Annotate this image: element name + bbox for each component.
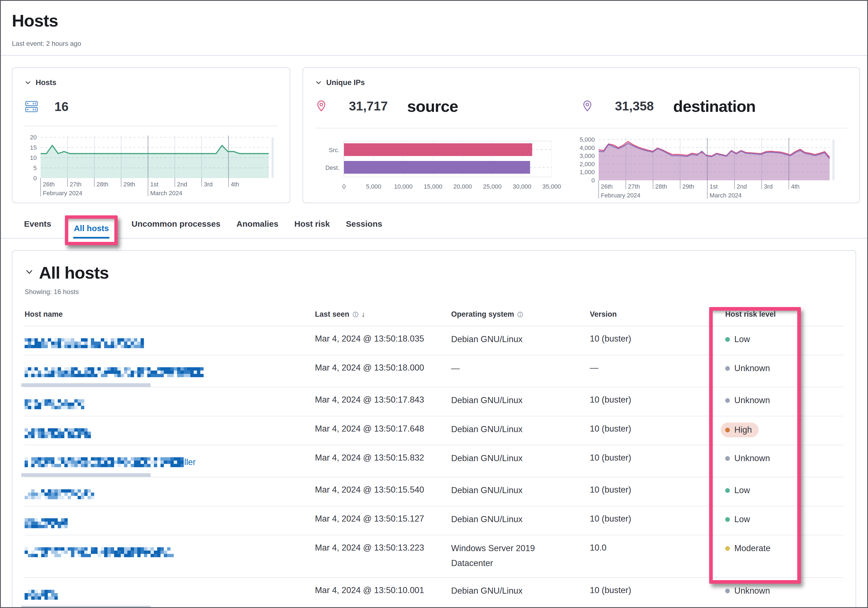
host-risk-cell: Moderate: [725, 543, 843, 555]
risk-label: Low: [734, 514, 750, 524]
host-name-link[interactable]: [25, 399, 85, 409]
version-cell: 10 (buster): [590, 514, 725, 524]
host-name-link[interactable]: [25, 547, 174, 557]
host-name-link[interactable]: [25, 489, 95, 499]
hosts-kpi-title: Hosts: [36, 79, 56, 87]
svg-text:27th: 27th: [70, 181, 82, 188]
server-icon: [25, 100, 39, 113]
svg-text:2nd: 2nd: [737, 183, 747, 190]
all-hosts-title-row: All hosts: [25, 263, 843, 283]
all-hosts-table: Host name Last seen ↓ Operating system V…: [25, 310, 843, 608]
svg-text:4th: 4th: [231, 181, 239, 188]
svg-text:26th: 26th: [43, 181, 55, 188]
svg-text:5,000: 5,000: [366, 183, 381, 190]
host-name-cell: [25, 514, 315, 528]
host-name-link[interactable]: [25, 590, 58, 600]
unique-ips-kpi-panel: Unique IPs 31,717 source 31,358: [302, 67, 860, 203]
last-seen-cell: Mar 4, 2024 @ 13:50:18.035: [315, 334, 451, 344]
column-header-host-name[interactable]: Host name: [25, 310, 63, 319]
risk-dot-icon: [725, 488, 730, 493]
svg-text:3,000: 3,000: [580, 152, 595, 159]
version-cell: —: [590, 362, 725, 373]
column-header-version[interactable]: Version: [590, 310, 617, 319]
version-cell: 10 (buster): [590, 484, 725, 495]
operating-system-cell: Debian GNU/Linux: [451, 451, 590, 466]
table-body: Mar 4, 2024 @ 13:50:18.035 Debian GNU/Li…: [25, 326, 843, 608]
version-cell: 10 (buster): [590, 453, 725, 463]
svg-text:15: 15: [30, 144, 37, 151]
map-pin-icon: [315, 100, 327, 112]
host-name-link[interactable]: [25, 428, 91, 438]
svg-text:0: 0: [592, 177, 595, 184]
hosts-stat-row: 16: [25, 97, 277, 116]
risk-badge: Unknown: [725, 361, 770, 375]
sort-desc-icon: ↓: [362, 310, 365, 319]
column-header-operating-system[interactable]: Operating system: [451, 310, 524, 319]
info-icon[interactable]: [352, 311, 359, 318]
host-risk-cell: Unknown: [725, 362, 843, 375]
risk-dot-icon: [725, 546, 730, 551]
svg-text:20,000: 20,000: [453, 183, 472, 190]
svg-text:25,000: 25,000: [483, 183, 501, 190]
tab-sessions[interactable]: Sessions: [346, 219, 382, 238]
host-name-link[interactable]: ller: [25, 457, 195, 467]
version-cell: 10.0: [590, 543, 725, 553]
svg-text:March 2024: March 2024: [150, 190, 182, 196]
tab-events[interactable]: Events: [24, 219, 51, 238]
hosts-over-time-chart: 0510152026th27th28th29th1st2nd3rd4thFebr…: [25, 133, 277, 200]
risk-label: Low: [734, 485, 750, 496]
host-name-redacted: [25, 338, 144, 348]
table-row: Mar 4, 2024 @ 13:50:17.843 Debian GNU/Li…: [25, 387, 843, 416]
chevron-down-icon[interactable]: [25, 79, 31, 86]
tab-all-hosts[interactable]: All hosts: [74, 224, 109, 238]
host-name-link[interactable]: [25, 367, 204, 377]
host-risk-cell: Low: [725, 484, 843, 497]
risk-label: Unknown: [734, 453, 770, 464]
svg-text:Src.: Src.: [329, 147, 339, 153]
host-name-suffix: ller: [184, 457, 195, 467]
risk-dot-icon: [725, 456, 730, 461]
hosts-tabs: Events All hosts Uncommon processes Anom…: [1, 215, 867, 238]
chevron-down-icon[interactable]: [25, 267, 34, 277]
svg-text:20: 20: [30, 134, 37, 141]
source-ip-stat: 31,717 source: [315, 97, 581, 115]
risk-dot-icon: [725, 366, 730, 371]
host-name-cell: [25, 585, 315, 603]
svg-text:27th: 27th: [628, 183, 640, 190]
host-name-cell: ller: [25, 453, 315, 470]
operating-system-cell: Debian GNU/Linux: [451, 332, 590, 347]
unique-ips-stats: 31,717 source 31,358 destination: [315, 94, 847, 118]
svg-text:4,000: 4,000: [580, 144, 595, 151]
risk-badge: Unknown: [725, 393, 770, 407]
column-header-host-risk-level[interactable]: Host risk level: [725, 310, 776, 319]
svg-text:3rd: 3rd: [204, 181, 213, 188]
tab-uncommon-processes[interactable]: Uncommon processes: [132, 219, 220, 238]
risk-badge: Low: [725, 512, 750, 526]
risk-badge: High: [721, 422, 759, 437]
operating-system-cell: —: [451, 361, 590, 376]
tab-host-risk[interactable]: Host risk: [294, 219, 330, 238]
host-name-cell: [25, 395, 315, 409]
source-ip-count: 31,717: [349, 99, 388, 113]
risk-badge: Moderate: [725, 541, 770, 555]
column-header-last-seen[interactable]: Last seen ↓: [315, 310, 365, 319]
host-name-redacted: [25, 518, 68, 528]
host-name-link[interactable]: [25, 338, 144, 348]
table-row: Mar 4, 2024 @ 13:50:18.035 Debian GNU/Li…: [25, 326, 843, 355]
svg-text:15,000: 15,000: [424, 183, 442, 190]
tab-anomalies[interactable]: Anomalies: [237, 219, 279, 238]
version-cell: 10 (buster): [590, 585, 725, 596]
last-seen-cell: Mar 4, 2024 @ 13:50:13.223: [315, 543, 451, 553]
host-name-link[interactable]: [25, 518, 68, 528]
risk-badge: Low: [725, 333, 750, 346]
svg-text:29th: 29th: [123, 181, 135, 188]
host-name-cell: [25, 484, 315, 499]
redaction-bar: [21, 606, 150, 608]
chevron-down-icon[interactable]: [315, 79, 322, 86]
risk-dot-icon: [725, 428, 730, 432]
svg-text:0: 0: [342, 183, 346, 190]
svg-text:10,000: 10,000: [394, 183, 412, 190]
info-icon[interactable]: [517, 311, 524, 318]
risk-label: Unknown: [734, 363, 770, 374]
unique-ips-title: Unique IPs: [326, 79, 365, 87]
